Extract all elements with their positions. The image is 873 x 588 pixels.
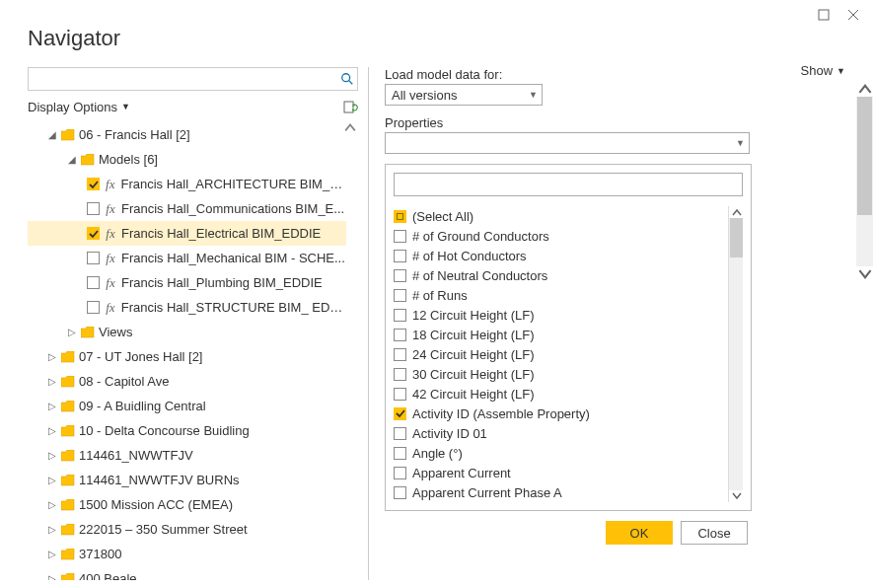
tree-item-folder[interactable]: ▷1500 Mission ACC (EMEA) xyxy=(28,492,346,517)
tree-scrollbar[interactable] xyxy=(342,122,358,339)
fx-icon: fx xyxy=(104,226,117,242)
tree-label: Francis Hall_STRUCTURE BIM_ EDDIE xyxy=(121,300,346,315)
tree-item-folder[interactable]: ▷08 - Capitol Ave xyxy=(28,369,346,394)
close-button[interactable]: Close xyxy=(681,521,748,545)
ok-button[interactable]: OK xyxy=(606,521,673,545)
checkbox[interactable] xyxy=(394,269,406,282)
filter-item[interactable]: # of Hot Conductors xyxy=(394,246,743,265)
expand-icon[interactable]: ▷ xyxy=(47,524,57,535)
tree-item-model[interactable]: fxFrancis Hall_ARCHITECTURE BIM_20... xyxy=(28,172,346,196)
filter-item[interactable]: 18 Circuit Height (LF) xyxy=(394,325,743,344)
tree-item-folder[interactable]: ▷371800 xyxy=(28,542,346,566)
filter-label: # of Runs xyxy=(412,288,468,303)
checkbox[interactable] xyxy=(394,289,406,302)
checkbox[interactable] xyxy=(87,252,100,264)
checkbox[interactable] xyxy=(394,467,406,479)
checkbox[interactable] xyxy=(394,230,406,243)
tree-item-folder[interactable]: ▷114461_NWWTFJV xyxy=(28,443,346,468)
search-icon[interactable] xyxy=(337,69,357,89)
expand-icon[interactable]: ▷ xyxy=(47,351,57,362)
fx-icon: fx xyxy=(104,251,117,266)
filter-item[interactable]: Angle (°) xyxy=(394,443,743,463)
filter-item[interactable]: 30 Circuit Height (LF) xyxy=(394,364,743,384)
collapse-icon[interactable]: ◢ xyxy=(67,154,77,165)
checkbox[interactable] xyxy=(87,301,100,314)
checkbox[interactable] xyxy=(394,486,406,499)
filter-item[interactable]: 24 Circuit Height (LF) xyxy=(394,344,743,364)
filter-item[interactable]: # of Ground Conductors xyxy=(394,226,743,246)
filter-item[interactable]: Apparent Current Phase A xyxy=(394,482,743,502)
tree-item-folder[interactable]: ◢ 06 - Francis Hall [2] xyxy=(28,122,346,147)
right-pane-scrollbar[interactable] xyxy=(856,83,873,280)
filter-item-select-all[interactable]: (Select All) xyxy=(394,206,743,226)
search-input[interactable] xyxy=(29,68,337,90)
checkbox[interactable] xyxy=(394,250,406,262)
checkbox[interactable] xyxy=(87,178,100,190)
expand-icon[interactable]: ▷ xyxy=(47,376,57,387)
filter-label: 12 Circuit Height (LF) xyxy=(412,308,535,323)
tree-label: 09 - A Buidling Central xyxy=(79,399,206,413)
checkbox[interactable] xyxy=(394,407,406,420)
tree-label: 06 - Francis Hall [2] xyxy=(79,127,190,142)
filter-item[interactable]: Activity ID (Assemble Property) xyxy=(394,404,743,423)
caret-down-icon: ▼ xyxy=(121,102,130,111)
checkbox[interactable] xyxy=(394,447,406,460)
filter-item[interactable]: # of Runs xyxy=(394,285,743,305)
tree-item-folder[interactable]: ▷ Views xyxy=(28,320,346,344)
load-model-dropdown[interactable]: All versions ▼ xyxy=(385,84,543,106)
maximize-button[interactable] xyxy=(818,9,830,21)
checkbox[interactable] xyxy=(394,309,406,322)
tree-item-folder[interactable]: ▷09 - A Buidling Central xyxy=(28,394,346,418)
display-options-dropdown[interactable]: Display Options ▼ xyxy=(28,100,130,114)
checkbox[interactable] xyxy=(87,227,100,240)
expand-icon[interactable]: ▷ xyxy=(47,425,57,436)
tree-item-folder[interactable]: ◢ Models [6] xyxy=(28,147,346,172)
expand-icon[interactable]: ▷ xyxy=(47,401,57,411)
tree-label: 400 Beale xyxy=(79,571,137,580)
collapse-icon[interactable]: ◢ xyxy=(47,129,57,140)
expand-icon[interactable]: ▷ xyxy=(47,573,57,580)
tree-label: 1500 Mission ACC (EMEA) xyxy=(79,497,233,512)
tree-item-model[interactable]: fxFrancis Hall_Electrical BIM_EDDIE xyxy=(28,221,346,246)
filter-item[interactable]: 12 Circuit Height (LF) xyxy=(394,305,743,325)
tree-item-model[interactable]: fxFrancis Hall_Plumbing BIM_EDDIE xyxy=(28,270,346,295)
svg-line-4 xyxy=(349,81,353,85)
checkbox[interactable] xyxy=(394,368,406,381)
checkbox[interactable] xyxy=(394,329,406,341)
tree-item-folder[interactable]: ▷400 Beale xyxy=(28,566,346,580)
fx-icon: fx xyxy=(104,300,117,316)
filter-item[interactable]: Apparent Current xyxy=(394,463,743,482)
filter-item[interactable]: # of Neutral Conductors xyxy=(394,265,743,285)
filter-item[interactable]: Activity ID 01 xyxy=(394,423,743,443)
checkbox-mixed[interactable] xyxy=(394,210,406,223)
expand-icon[interactable]: ▷ xyxy=(47,450,57,461)
properties-dropdown[interactable]: ▼ xyxy=(385,132,750,154)
expand-icon[interactable]: ▷ xyxy=(67,327,77,337)
tree-item-folder[interactable]: ▷07 - UT Jones Hall [2] xyxy=(28,344,346,369)
tree-item-model[interactable]: fxFrancis Hall_STRUCTURE BIM_ EDDIE xyxy=(28,295,346,320)
tree-item-model[interactable]: fxFrancis Hall_Mechanical BIM - SCHE... xyxy=(28,246,346,270)
filter-scrollbar[interactable] xyxy=(728,206,743,502)
checkbox[interactable] xyxy=(87,276,100,289)
folder-icon xyxy=(61,425,75,437)
checkbox[interactable] xyxy=(394,388,406,401)
filter-label: Activity ID 01 xyxy=(412,426,487,441)
expand-icon[interactable]: ▷ xyxy=(47,549,57,559)
close-window-button[interactable] xyxy=(847,9,859,21)
checkbox[interactable] xyxy=(87,202,100,215)
refresh-icon[interactable] xyxy=(342,99,358,114)
caret-down-icon: ▼ xyxy=(529,90,538,100)
expand-icon[interactable]: ▷ xyxy=(47,499,57,510)
expand-icon[interactable]: ▷ xyxy=(47,475,57,485)
checkbox[interactable] xyxy=(394,427,406,440)
tree-item-folder[interactable]: ▷222015 – 350 Summer Street xyxy=(28,517,346,542)
filter-item[interactable]: 42 Circuit Height (LF) xyxy=(394,384,743,404)
checkbox[interactable] xyxy=(394,348,406,361)
tree-item-folder[interactable]: ▷10 - Delta Concourse Buidling xyxy=(28,418,346,443)
tree-item-model[interactable]: fxFrancis Hall_Communications BIM_E... xyxy=(28,196,346,221)
tree-item-folder[interactable]: ▷114461_NWWTFJV BURNs xyxy=(28,468,346,492)
show-dropdown[interactable]: Show ▼ xyxy=(801,63,845,78)
filter-search-input[interactable] xyxy=(394,173,743,196)
folder-icon xyxy=(81,327,95,338)
tree-label: Models [6] xyxy=(99,152,158,167)
